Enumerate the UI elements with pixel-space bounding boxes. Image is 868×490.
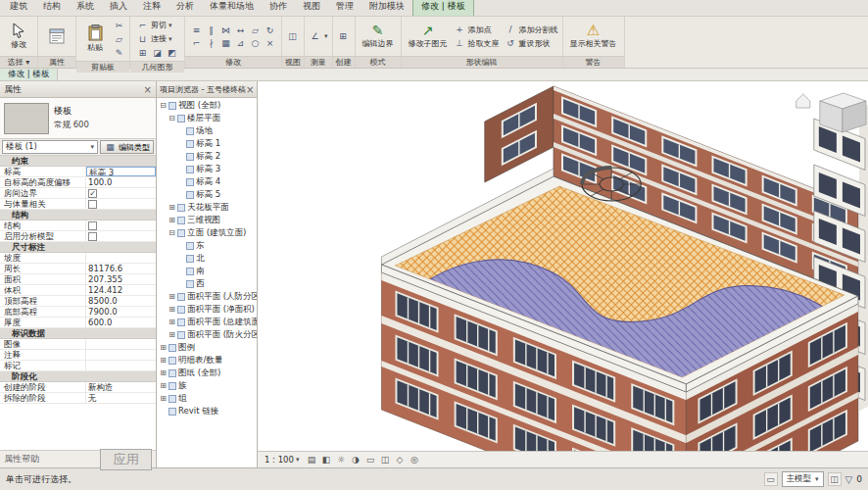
tree-item[interactable]: ⊟楼层平面 xyxy=(157,112,257,124)
property-value[interactable]: 无 xyxy=(86,393,156,403)
worksets-icon[interactable]: ▭ xyxy=(764,472,778,486)
panel-caption-select[interactable]: 选择 ▾ xyxy=(0,56,37,68)
property-group-header[interactable]: 约束 xyxy=(0,156,156,167)
tree-expand-icon[interactable]: ⊞ xyxy=(168,328,176,341)
tree-collapse-icon[interactable]: ⊟ xyxy=(168,226,176,239)
view-cube[interactable] xyxy=(820,93,866,132)
tree-collapse-icon[interactable]: ⊟ xyxy=(168,112,176,124)
tree-item[interactable]: 场地 xyxy=(157,124,257,137)
tree-item[interactable]: 南 xyxy=(157,265,257,277)
ribbon-tab[interactable]: 体量和场地 xyxy=(202,0,262,16)
property-value[interactable]: 8500.0 xyxy=(86,296,156,306)
property-value[interactable] xyxy=(86,253,156,263)
property-value[interactable] xyxy=(86,339,156,349)
show-crop-icon[interactable]: ◫ xyxy=(378,454,391,466)
panel-caption-create[interactable]: 创建 xyxy=(333,56,355,68)
tree-expand-icon[interactable]: ⊞ xyxy=(168,303,176,316)
panel-caption-geometry[interactable]: 几何图形 xyxy=(130,61,184,73)
panel-caption-properties[interactable]: 属性 xyxy=(38,56,75,68)
add-split-line-button[interactable]: / 添加分割线 xyxy=(505,24,558,36)
home-icon[interactable] xyxy=(796,94,810,108)
create-group-icon[interactable]: ⊞ xyxy=(337,30,350,43)
apply-button[interactable]: 应用 xyxy=(100,449,152,470)
property-value[interactable]: 7900.0 xyxy=(86,307,156,317)
offset-icon[interactable]: ∥ xyxy=(204,24,218,36)
tree-expand-icon[interactable]: ⊞ xyxy=(168,201,176,214)
property-group-header[interactable]: 结构 xyxy=(0,210,156,220)
tree-item[interactable]: 标高 4 xyxy=(157,175,257,188)
ribbon-tab[interactable]: 管理 xyxy=(328,0,362,16)
panel-caption-measure[interactable]: 测量 xyxy=(305,56,332,68)
show-related-warnings-button[interactable]: ⚠ 显示相关警告 xyxy=(567,23,620,49)
detail-level-icon[interactable]: ▤ xyxy=(305,454,317,466)
tree-expand-icon[interactable]: ⊞ xyxy=(168,316,176,328)
ribbon-tab[interactable]: 附加模块 xyxy=(362,0,412,16)
close-icon[interactable]: × xyxy=(246,84,254,95)
tree-item[interactable]: ⊟视图 (全部) xyxy=(157,99,257,112)
ribbon-tab[interactable]: 视图 xyxy=(295,0,328,16)
property-value[interactable]: 600.0 xyxy=(86,318,156,327)
3d-view[interactable] xyxy=(258,81,868,451)
modify-sub-elements-button[interactable]: ↗ 修改子图元 xyxy=(406,23,451,50)
properties-help-link[interactable]: 属性帮助 xyxy=(4,453,39,466)
property-value[interactable]: 新构造 xyxy=(86,382,156,392)
tree-item[interactable]: 标高 5 xyxy=(157,188,257,201)
pick-supports-button[interactable]: ⊥ 拾取支座 xyxy=(454,37,500,50)
close-icon[interactable]: × xyxy=(144,84,152,95)
tree-collapse-icon[interactable]: ⊟ xyxy=(159,99,168,112)
property-checkbox[interactable]: ✓ xyxy=(88,189,97,198)
property-value[interactable] xyxy=(86,350,156,360)
edit-boundary-button[interactable]: ✎ 编辑边界 xyxy=(360,23,397,50)
type-preview[interactable]: 楼板 常规 600 xyxy=(0,98,156,139)
tree-item[interactable]: 标高 2 xyxy=(157,150,257,163)
match-type-icon[interactable]: ✎ xyxy=(113,46,125,59)
tree-item[interactable]: ⊞族 xyxy=(157,379,257,392)
sun-path-icon[interactable]: ☼ xyxy=(334,454,347,466)
ribbon-tab[interactable]: 建筑 xyxy=(2,0,35,16)
tree-item[interactable]: ⊞面积平面 (净面积) xyxy=(157,303,257,316)
design-option-combo[interactable]: 主模型 ▾ xyxy=(782,471,824,487)
array-icon[interactable]: ▦ xyxy=(218,36,233,49)
thin-lines-icon[interactable]: ◫ xyxy=(286,30,299,43)
tree-item[interactable]: 标高 1 xyxy=(157,137,257,150)
tree-expand-icon[interactable]: ⊞ xyxy=(168,290,176,303)
tree-expand-icon[interactable]: ⊞ xyxy=(159,379,168,392)
split-face-icon[interactable]: ◪ xyxy=(151,46,164,59)
edit-type-button[interactable]: ▦ 编辑类型 xyxy=(100,140,154,154)
demolish-icon[interactable]: ◩ xyxy=(166,46,178,59)
measure-icon[interactable]: ∠ xyxy=(309,30,321,43)
temporary-hide-icon[interactable]: ◇ xyxy=(393,454,406,466)
filter-icon[interactable]: ▽ xyxy=(845,474,853,485)
copy-icon[interactable]: ▱ xyxy=(248,24,263,36)
tree-item[interactable]: 东 xyxy=(157,239,257,252)
properties-button[interactable] xyxy=(42,27,72,45)
property-value[interactable] xyxy=(86,361,156,370)
tree-item[interactable]: ⊞三维视图 xyxy=(157,214,257,226)
tree-item[interactable]: ⊞面积平面 (总建筑面积) xyxy=(157,316,257,328)
trim-icon[interactable]: ⌐ xyxy=(189,36,204,49)
align-icon[interactable]: ≡ xyxy=(189,24,204,36)
property-group-header[interactable]: 阶段化 xyxy=(0,371,156,382)
tree-item[interactable]: ⊞天花板平面 xyxy=(157,201,257,214)
split-icon[interactable]: ∤ xyxy=(204,36,218,49)
tree-item[interactable]: ⊞明细表/数量 xyxy=(157,354,257,367)
modify-tool-button[interactable]: 修改 xyxy=(4,22,33,51)
tree-item[interactable]: Revit 链接 xyxy=(157,405,257,417)
tree-item[interactable]: ⊞图纸 (全部) xyxy=(157,367,257,379)
panel-caption-view[interactable]: 视图 xyxy=(282,56,304,68)
shadows-icon[interactable]: ◑ xyxy=(349,454,362,466)
tree-item[interactable]: ⊟立面 (建筑立面) xyxy=(157,226,257,239)
ribbon-tab[interactable]: 系统 xyxy=(69,0,102,16)
tree-expand-icon[interactable]: ⊞ xyxy=(159,354,168,367)
tree-item[interactable]: 西 xyxy=(157,277,257,290)
panel-caption-mode[interactable]: 模式 xyxy=(356,56,401,68)
panel-caption-warning[interactable]: 警告 xyxy=(563,56,624,68)
ribbon-tab[interactable]: 分析 xyxy=(169,0,202,16)
ribbon-tab[interactable]: 协作 xyxy=(262,0,295,16)
copy-icon[interactable]: ▱ xyxy=(113,32,125,45)
tree-item[interactable]: ⊞组 xyxy=(157,392,257,405)
tree-expand-icon[interactable]: ⊞ xyxy=(159,392,168,405)
property-group-header[interactable]: 标识数据 xyxy=(0,328,156,339)
tree-item[interactable]: 北 xyxy=(157,252,257,265)
3d-model-svg[interactable] xyxy=(258,81,868,451)
